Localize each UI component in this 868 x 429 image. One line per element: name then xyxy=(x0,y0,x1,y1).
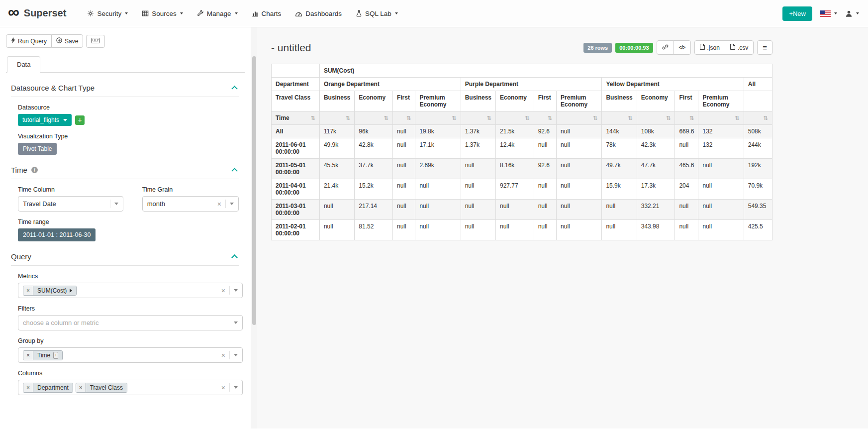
export-csv-button[interactable]: .csv xyxy=(725,40,754,55)
pivot-value-cell: null xyxy=(675,220,698,240)
pivot-value-cell: null xyxy=(534,138,556,159)
pivot-sort-header[interactable]: Time⇅ xyxy=(272,111,320,125)
chevron-up-icon[interactable] xyxy=(231,254,238,261)
sort-icon: ⇅ xyxy=(735,115,740,121)
pivot-value-cell: null xyxy=(461,159,495,179)
chart-title: - untitled xyxy=(271,42,311,54)
export-json-button[interactable]: .json xyxy=(694,40,725,55)
pivot-value-cell: null xyxy=(557,200,602,220)
caret-down-icon xyxy=(234,354,238,356)
pivot-sort-header[interactable]: ⇅ xyxy=(557,111,602,125)
add-datasource-button[interactable]: + xyxy=(75,115,85,125)
language-selector[interactable] xyxy=(820,10,837,17)
embed-code-button[interactable]: </> xyxy=(674,40,691,55)
columns-token: × Travel Class xyxy=(76,383,127,393)
pivot-value-cell: 21.5k xyxy=(496,125,534,138)
chart-menu-button[interactable]: ≡ xyxy=(757,40,772,55)
pivot-sort-header[interactable]: ⇅ xyxy=(698,111,744,125)
user-menu[interactable] xyxy=(845,10,859,17)
pivot-value-cell: 42.3k xyxy=(637,138,675,159)
wrench-icon xyxy=(197,10,204,17)
table-icon xyxy=(142,10,149,17)
nav-item-manage[interactable]: Manage xyxy=(197,10,238,17)
metrics-select[interactable]: × SUM(Cost) × xyxy=(18,283,243,298)
pivot-value-cell: null xyxy=(392,159,415,179)
pivot-value-cell: 19.8k xyxy=(415,125,461,138)
results-header: - untitled 26 rows 00:00:00.93 </> xyxy=(271,40,772,55)
nav-item-dashboards[interactable]: Dashboards xyxy=(295,10,342,17)
datasource-select-button[interactable]: tutorial_flights xyxy=(18,114,72,126)
pivot-sort-header[interactable]: ⇅ xyxy=(534,111,556,125)
caret-down-icon xyxy=(234,289,238,292)
run-query-button[interactable]: Run Query xyxy=(6,34,52,48)
nav-item-charts[interactable]: Charts xyxy=(252,10,282,17)
clear-icon[interactable]: × xyxy=(217,201,221,208)
brand[interactable]: ∞ Superset xyxy=(8,7,66,19)
pivot-row-label: 2011-03-01 00:00:00 xyxy=(272,200,320,220)
caret-down-icon xyxy=(395,12,398,14)
viz-type-button[interactable]: Pivot Table xyxy=(18,143,57,155)
nav-item-label: Dashboards xyxy=(305,10,342,17)
short-link-button[interactable] xyxy=(657,40,674,55)
caret-down-icon xyxy=(230,203,234,205)
pivot-sort-header[interactable]: ⇅ xyxy=(319,111,354,125)
time-column-select[interactable]: Travel Date xyxy=(18,196,123,212)
divider xyxy=(110,200,110,208)
remove-icon[interactable]: × xyxy=(76,383,86,392)
chevron-up-icon[interactable] xyxy=(231,86,238,92)
file-icon xyxy=(730,44,735,51)
remove-icon[interactable]: × xyxy=(23,351,33,360)
pivot-value-cell: 549.35 xyxy=(744,200,772,220)
time-grain-label: Time Grain xyxy=(142,186,239,193)
nav-item-sql-lab[interactable]: SQL Lab xyxy=(356,10,398,17)
time-range-button[interactable]: 2011-01-01 : 2011-06-30 xyxy=(18,228,96,241)
remove-icon[interactable]: × xyxy=(23,383,33,392)
nav-item-sources[interactable]: Sources xyxy=(142,10,183,17)
caret-down-icon xyxy=(235,12,238,14)
panel-scrollbar[interactable] xyxy=(251,27,257,429)
pivot-sort-header[interactable]: ⇅ xyxy=(355,111,393,125)
pivot-sort-header[interactable]: ⇅ xyxy=(675,111,698,125)
nav-item-security[interactable]: Security xyxy=(87,10,128,17)
groupby-token: × Time i xyxy=(23,350,63,360)
pivot-sort-header[interactable]: ⇅ xyxy=(602,111,637,125)
panel-tabs: Data xyxy=(6,56,245,73)
remove-icon[interactable]: × xyxy=(23,286,33,295)
pivot-sort-header[interactable]: ⇅ xyxy=(461,111,495,125)
pivot-value-cell: null xyxy=(496,220,534,240)
scrollbar-thumb[interactable] xyxy=(252,56,256,325)
pivot-row-label: 2011-05-01 00:00:00 xyxy=(272,159,320,179)
pivot-value-cell: null xyxy=(698,200,744,220)
clear-icon[interactable]: × xyxy=(221,384,225,391)
metrics-label: Metrics xyxy=(18,273,239,280)
tab-data[interactable]: Data xyxy=(7,56,40,73)
filters-placeholder: choose a column or metric xyxy=(23,319,98,326)
pivot-sort-header[interactable]: ⇅ xyxy=(744,111,772,125)
chevron-up-icon[interactable] xyxy=(231,168,238,174)
datasource-label: Datasource xyxy=(18,104,239,111)
pivot-value-cell: 8.16k xyxy=(496,159,534,179)
pivot-sort-header[interactable]: ⇅ xyxy=(496,111,534,125)
filters-select[interactable]: choose a column or metric xyxy=(18,315,243,330)
pivot-value-cell: null xyxy=(496,200,534,220)
pivot-value-cell: 49.7k xyxy=(602,159,637,179)
groupby-select[interactable]: × Time i × xyxy=(18,347,243,363)
clear-icon[interactable]: × xyxy=(221,287,225,294)
pivot-table: SUM(Cost)DepartmentOrange DepartmentPurp… xyxy=(271,64,772,240)
divider xyxy=(229,383,230,392)
pivot-value-cell: 2.69k xyxy=(415,159,461,179)
pivot-data-row: 2011-03-01 00:00:00null217.14nullnullnul… xyxy=(272,200,772,220)
time-column-value: Travel Date xyxy=(23,200,56,208)
columns-select[interactable]: × Department × Travel Class × xyxy=(18,380,243,395)
pivot-sort-header[interactable]: ⇅ xyxy=(392,111,415,125)
pivot-department-header: Yellow Department xyxy=(602,78,744,91)
new-button[interactable]: +New xyxy=(782,6,812,21)
clear-icon[interactable]: × xyxy=(221,352,225,359)
pivot-value-cell: 117k xyxy=(319,125,354,138)
time-grain-select[interactable]: month × xyxy=(142,196,239,212)
pivot-sort-header[interactable]: ⇅ xyxy=(637,111,675,125)
keyboard-shortcuts-button[interactable] xyxy=(86,35,105,48)
save-button[interactable]: Save xyxy=(51,34,83,48)
pivot-sort-header[interactable]: ⇅ xyxy=(415,111,461,125)
menu-icon: ≡ xyxy=(763,44,767,51)
